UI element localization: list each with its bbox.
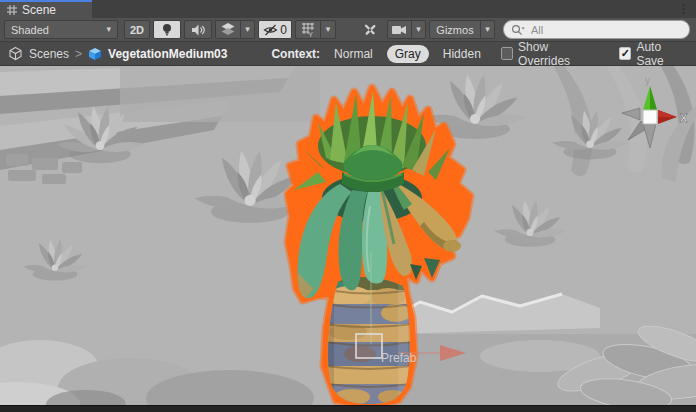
gizmos-label: Gizmos [436, 24, 473, 36]
context-option-gray[interactable]: Gray [387, 45, 429, 63]
audio-toggle-button[interactable] [184, 20, 212, 39]
rect-gizmo-handle[interactable] [356, 334, 382, 358]
chevron-down-icon: ▾ [326, 25, 331, 34]
svg-text:Y: Y [309, 30, 314, 36]
unity-scene-window: Scene ⋮ Shaded ▾ 2D [0, 0, 696, 412]
grid-dropdown[interactable]: ▾ [320, 20, 336, 39]
grid-visibility-button[interactable]: Y [295, 20, 321, 39]
scene-viewport[interactable]: Prefab y X [0, 66, 696, 405]
speaker-icon [191, 23, 205, 37]
prefab-cube-icon [88, 47, 102, 61]
auto-save-label: Auto Save [636, 40, 688, 68]
tab-bar: Scene ⋮ [0, 0, 696, 18]
camera-settings-button[interactable] [387, 20, 412, 39]
scene-search-field[interactable] [503, 20, 690, 39]
effects-toggle-button[interactable] [215, 20, 241, 39]
search-input[interactable] [529, 23, 682, 37]
crossed-tools-icon [363, 23, 377, 37]
effects-layers-icon [221, 23, 235, 36]
axis-y-label: y [645, 75, 650, 86]
light-bulb-icon [161, 23, 173, 37]
video-camera-icon [392, 24, 407, 36]
chevron-down-icon: ▾ [245, 25, 250, 34]
window-edge [0, 405, 696, 412]
context-option-hidden[interactable]: Hidden [435, 45, 489, 63]
checkbox-unchecked-icon [501, 47, 513, 60]
gizmos-dropdown[interactable]: ▾ [480, 20, 495, 39]
2d-toggle-button[interactable]: 2D [124, 20, 150, 39]
scene-render[interactable]: Prefab y X [0, 66, 696, 405]
snap-grid-icon: Y [301, 23, 315, 37]
2d-label: 2D [130, 24, 144, 36]
component-tools-button[interactable] [356, 20, 384, 39]
context-label: Context: [271, 47, 320, 61]
draw-mode-label: Shaded [11, 24, 49, 36]
search-icon [511, 24, 525, 36]
hidden-eye-icon [263, 23, 278, 37]
scene-toolbar: Shaded ▾ 2D ▾ [0, 18, 696, 42]
camera-dropdown[interactable]: ▾ [411, 20, 426, 39]
breadcrumb-separator: > [75, 47, 82, 61]
hidden-count: 0 [280, 23, 287, 37]
scene-visibility-toggle[interactable]: 0 [258, 20, 292, 39]
prefab-context-bar: Scenes > VegetationMedium03 Context: Nor… [0, 42, 696, 66]
show-overrides-checkbox[interactable]: Show Overrides [501, 40, 598, 68]
gizmos-button[interactable]: Gizmos [429, 20, 481, 39]
chevron-down-icon: ▾ [416, 25, 421, 34]
grid-handle-icon [7, 5, 17, 15]
axis-center-cube[interactable] [643, 110, 657, 124]
axis-x-label: X [680, 112, 688, 124]
tab-overflow-menu-icon[interactable]: ⋮ [677, 1, 690, 17]
breadcrumb-root[interactable]: Scenes [29, 47, 69, 61]
tab-scene[interactable]: Scene [0, 0, 92, 18]
effects-dropdown[interactable]: ▾ [240, 20, 255, 39]
lighting-toggle-button[interactable] [153, 20, 181, 39]
tab-label: Scene [22, 3, 56, 17]
chevron-down-icon: ▾ [106, 25, 111, 34]
checkbox-checked-icon: ✓ [619, 47, 631, 60]
chevron-down-icon: ▾ [485, 25, 490, 34]
draw-mode-dropdown[interactable]: Shaded ▾ [4, 20, 118, 39]
context-option-normal[interactable]: Normal [326, 45, 381, 63]
show-overrides-label: Show Overrides [518, 40, 598, 68]
breadcrumb-current-asset[interactable]: VegetationMedium03 [108, 47, 227, 61]
unity-back-icon[interactable] [8, 46, 23, 61]
auto-save-checkbox[interactable]: ✓ Auto Save [619, 40, 688, 68]
prefab-gizmo-label: Prefab [381, 351, 417, 365]
